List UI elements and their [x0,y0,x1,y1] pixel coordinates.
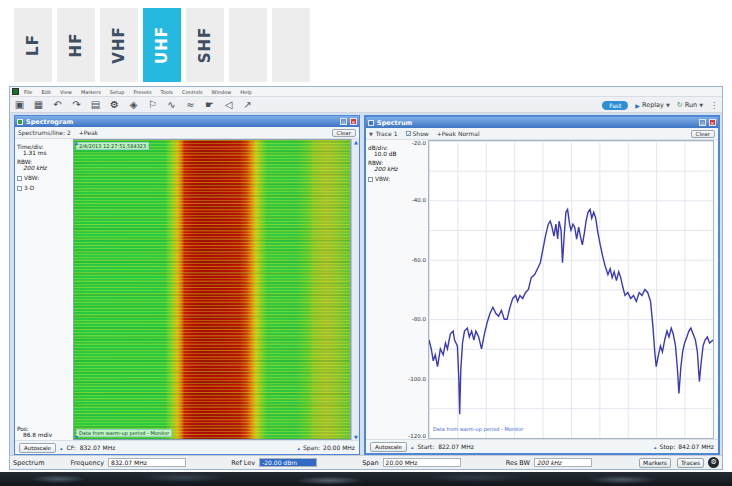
frequency-field[interactable]: 832.07 MHz [108,458,186,467]
clear-button[interactable]: Clear [332,129,356,137]
close-button[interactable]: ✕ [350,118,357,125]
res-bw-field[interactable]: 200 kHz [534,458,592,467]
span-field[interactable]: 20.00 MHz [383,458,461,467]
marker-icon[interactable]: ◈ [127,99,140,111]
peak-search-icon[interactable]: ⚐ [146,99,159,111]
band-button-empty-1[interactable] [229,8,267,82]
cf-label: CF: [66,444,75,451]
print-icon[interactable]: ▤ [89,99,102,111]
spectrum-message: Data from warm-up period - Monitor [433,426,523,432]
save-icon[interactable]: ▦ [32,99,45,111]
vbw-label: VBW: [24,175,39,181]
vbw-checkbox[interactable] [17,176,22,181]
rbw-value[interactable]: 200 kHz [374,166,400,172]
spectrogram-panel: Spectrogram ▫ ✕ Spectrums/line: 2 +Peak … [14,115,360,455]
menu-markers[interactable]: Markers [81,89,101,95]
spectrum-footer: Autoscale ▴ Start: 822.07 MHz ▴ Stop: 84… [366,439,718,453]
minimize-button[interactable]: ▫ [699,119,706,126]
show-trace-checkbox[interactable]: ✓ [406,131,411,136]
acquisition-status-pill[interactable]: Fast [602,101,628,110]
display-area: Spectrogram ▫ ✕ Spectrums/line: 2 +Peak … [10,113,722,457]
spectrogram-noise-texture [74,140,350,439]
spectrum-plot[interactable]: Data from warm-up period - Monitor [428,140,714,439]
time-marker-icon[interactable]: ▾ [75,433,78,440]
touch-icon[interactable]: ☛ [203,99,216,111]
vbw-label: VBW: [375,176,390,182]
menu-help[interactable]: Help [240,89,251,95]
spectrogram-settings-sidebar: Time/div: 1.31 ms RBW: 200 kHz VBW: 3-D … [15,139,73,440]
run-button[interactable]: ↻ Run ▼ [677,101,703,109]
chevron-down-icon: ▼ [369,131,373,137]
close-button[interactable]: ✕ [709,119,716,126]
rbw-value[interactable]: 200 kHz [23,165,71,171]
open-icon[interactable]: ▣ [13,99,26,111]
kebab-menu-icon[interactable]: ⋮ [710,101,718,110]
undo-icon[interactable]: ↶ [51,99,64,111]
spectrogram-footer: Autoscale ▴ CF: 832.07 MHz ▴ Span: 20.00… [15,440,359,454]
scroll-up-icon[interactable]: ▲ [352,139,360,145]
menu-controls[interactable]: Controls [182,89,203,95]
audio-icon[interactable]: ◁ [222,99,235,111]
threed-label: 3-D [24,185,34,191]
band-selector: LF HF VHF UHF SHF [14,8,310,82]
start-value[interactable]: 822.07 MHz [438,443,474,450]
trace-a-icon[interactable]: ∿ [165,99,178,111]
cf-value[interactable]: 832.07 MHz [80,444,116,451]
markers-button[interactable]: Markers [639,458,671,468]
clear-button[interactable]: Clear [691,130,715,138]
chevron-down-icon: ▼ [699,102,703,108]
gear-icon[interactable]: ⚙ [708,457,719,468]
app-icon [12,88,19,95]
replay-button[interactable]: ▶ Replay ▼ [635,101,669,109]
scroll-position-marker-icon[interactable]: ▴ [75,139,78,146]
band-button-shf[interactable]: SHF [186,8,224,82]
spectrum-trace [429,141,713,438]
menu-window[interactable]: Window [212,89,232,95]
start-label: Start: [417,443,434,450]
band-label: LF [24,34,42,56]
y-axis-tick-label: -100.0 [408,376,426,382]
trace-b-icon[interactable]: ≈ [184,99,197,111]
trace-selector[interactable]: Trace 1 [376,130,398,137]
spectrums-per-line[interactable]: Spectrums/line: 2 [18,129,71,136]
redo-icon[interactable]: ↷ [70,99,83,111]
menu-setup[interactable]: Setup [110,89,125,95]
replay-label: Replay [642,101,664,109]
menu-file[interactable]: File [24,89,32,95]
span-value[interactable]: 20.00 MHz [323,444,355,451]
vbw-checkbox[interactable] [368,177,373,182]
pos-value[interactable]: 86.8 mdiv [23,432,52,438]
menu-view[interactable]: View [60,89,72,95]
spectrogram-plot[interactable]: 2/4/2013 12:27:51.584323 Data from warm-… [73,139,351,440]
minimize-button[interactable]: ▫ [340,118,347,125]
settings-icon[interactable]: ⚙ [108,99,121,111]
menu-presets[interactable]: Presets [133,89,151,95]
spectrum-panel-icon [368,120,374,126]
spectrogram-titlebar[interactable]: Spectrogram ▫ ✕ [15,116,359,127]
export-icon[interactable]: ↗ [241,99,254,111]
measurement-name: Spectrum [13,459,45,467]
traces-button[interactable]: Traces [677,458,704,468]
band-button-lf[interactable]: LF [14,8,52,82]
ref-lev-field[interactable]: -20.00 dBm [259,458,317,467]
spectrogram-scrollbar[interactable]: ▲ ▼ [351,139,359,440]
detection-mode[interactable]: +Peak [79,129,98,136]
band-button-hf[interactable]: HF [57,8,95,82]
band-button-uhf-active[interactable]: UHF [143,8,181,82]
spectrum-titlebar[interactable]: Spectrum ▫ ✕ [366,117,718,128]
band-button-vhf[interactable]: VHF [100,8,138,82]
autoscale-button[interactable]: Autoscale [19,443,56,453]
band-button-empty-2[interactable] [272,8,310,82]
spectrogram-subheader: Spectrums/line: 2 +Peak Clear [15,127,359,139]
trace-detection-mode[interactable]: +Peak Normal [437,130,480,137]
dbdiv-value[interactable]: 10.0 dB [374,151,400,157]
menu-tools[interactable]: Tools [161,89,173,95]
stop-marker-icon: ▴ [654,444,657,450]
spectrogram-panel-icon [17,119,23,125]
cf-marker-icon: ▴ [60,445,63,451]
menu-edit[interactable]: Edit [41,89,51,95]
stop-value[interactable]: 842.07 MHz [678,443,714,450]
autoscale-button[interactable]: Autoscale [370,442,407,452]
time-div-value[interactable]: 1.31 ms [23,150,71,156]
threed-checkbox[interactable] [17,186,22,191]
